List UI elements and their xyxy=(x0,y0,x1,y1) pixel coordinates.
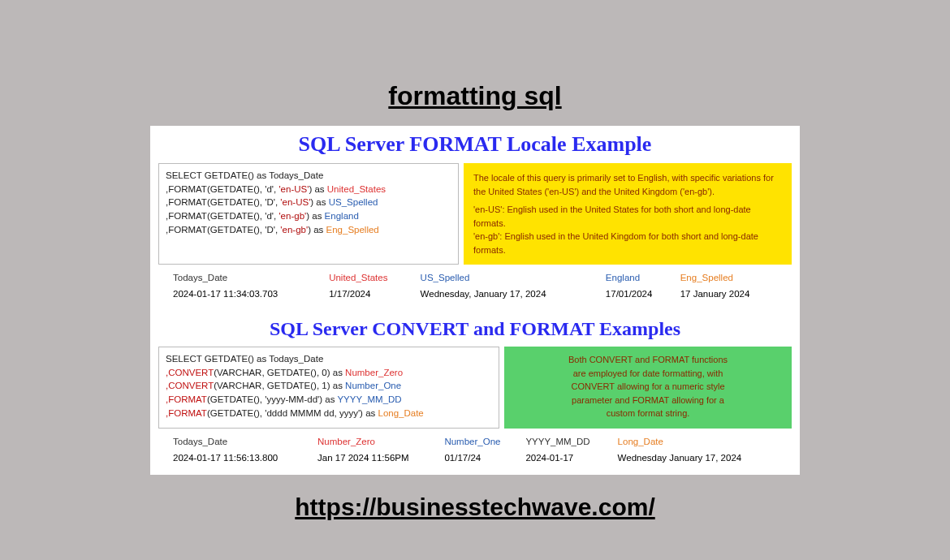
section1-results: Todays_Date United_States US_Spelled Eng… xyxy=(158,269,792,302)
code-line: ,FORMAT xyxy=(166,211,207,221)
section2-row: SELECT GETDATE() as Todays_Date ,CONVERT… xyxy=(158,347,792,429)
page-title: formatting sql xyxy=(0,81,950,111)
section1-note: The locale of this query is primarily se… xyxy=(464,163,792,265)
col-header: Eng_Spelled xyxy=(680,269,787,286)
code-alias: United_States xyxy=(327,184,386,194)
code-fn: ,FORMAT xyxy=(166,394,207,404)
table-row: 2024-01-17 11:56:13.800 Jan 17 2024 11:5… xyxy=(173,450,787,466)
cell: Jan 17 2024 11:56PM xyxy=(317,450,444,466)
code-line: (GETDATE(), 'dddd MMMM dd, yyyy') as xyxy=(207,408,378,418)
note-text: The locale of this query is primarily se… xyxy=(473,171,782,198)
cell: 17/01/2024 xyxy=(606,286,680,302)
cell: 01/17/24 xyxy=(444,450,525,466)
code-alias: YYYY_MM_DD xyxy=(337,394,401,404)
code-fn: ,CONVERT xyxy=(166,381,214,390)
col-header: Number_Zero xyxy=(317,433,444,450)
cell: 17 January 2024 xyxy=(680,286,787,302)
cell: 1/17/2024 xyxy=(329,286,420,302)
col-header: YYYY_MM_DD xyxy=(525,433,617,450)
note-text: 'en-gb': English used in the United King… xyxy=(473,230,782,256)
note-text: Both CONVERT and FORMAT functions xyxy=(514,353,782,367)
code-alias: Long_Date xyxy=(378,408,423,418)
section2-code: SELECT GETDATE() as Todays_Date ,CONVERT… xyxy=(158,347,499,429)
code-alias: Number_Zero xyxy=(345,368,403,377)
code-line: (GETDATE(), 'D', xyxy=(207,197,280,207)
note-text: CONVERT allowing for a numeric style xyxy=(514,380,782,394)
col-header: Todays_Date xyxy=(173,269,329,286)
code-line: (GETDATE(), 'D', xyxy=(207,225,280,235)
section2-title: SQL Server CONVERT and FORMAT Examples xyxy=(158,318,792,340)
section1-row: SELECT GETDATE() as Todays_Date ,FORMAT(… xyxy=(158,163,792,265)
section2-results: Todays_Date Number_Zero Number_One YYYY_… xyxy=(158,433,792,466)
code-line: ) as xyxy=(306,211,324,221)
note-text: custom format string. xyxy=(514,407,782,420)
code-arg: 'en-US' xyxy=(280,197,310,207)
cell: Wednesday January 17, 2024 xyxy=(618,450,787,466)
col-header: Todays_Date xyxy=(173,433,317,450)
table-header: Todays_Date Number_Zero Number_One YYYY_… xyxy=(173,433,787,450)
code-line: SELECT GETDATE() as Todays_Date xyxy=(166,354,323,364)
code-line: (GETDATE(), 'yyyy-MM-dd') as xyxy=(207,394,338,404)
code-line: ,FORMAT xyxy=(166,197,207,207)
code-alias: US_Spelled xyxy=(329,197,378,207)
code-line: ) as xyxy=(308,225,326,235)
code-arg: 'en-gb' xyxy=(280,225,308,235)
code-line: ,FORMAT xyxy=(166,184,207,194)
content-card: SQL Server FORMAT Locale Example SELECT … xyxy=(150,126,800,475)
code-alias: Number_One xyxy=(345,381,401,390)
code-line: ,FORMAT xyxy=(166,225,207,235)
code-arg: 'en-gb' xyxy=(279,211,306,221)
cell: 2024-01-17 xyxy=(525,450,617,466)
col-header: United_States xyxy=(329,269,420,286)
section1-title: SQL Server FORMAT Locale Example xyxy=(158,132,792,157)
table-header: Todays_Date United_States US_Spelled Eng… xyxy=(173,269,787,286)
code-alias: Eng_Spelled xyxy=(326,225,379,235)
code-arg: 'en-US' xyxy=(279,184,309,194)
col-header: Long_Date xyxy=(618,433,787,450)
cell: 2024-01-17 11:34:03.703 xyxy=(173,286,329,302)
table-row: 2024-01-17 11:34:03.703 1/17/2024 Wednes… xyxy=(173,286,787,302)
col-header: England xyxy=(606,269,680,286)
code-line: (VARCHAR, GETDATE(), 1) as xyxy=(214,381,345,390)
code-fn: ,FORMAT xyxy=(166,408,207,418)
code-line: ) as xyxy=(309,184,326,194)
code-fn: ,CONVERT xyxy=(166,368,214,377)
footer-url: https://businesstechwave.com/ xyxy=(0,493,950,521)
col-header: Number_One xyxy=(444,433,525,450)
cell: 2024-01-17 11:56:13.800 xyxy=(173,450,317,466)
section1-code: SELECT GETDATE() as Todays_Date ,FORMAT(… xyxy=(158,163,459,265)
note-text: are employed for date formatting, with xyxy=(514,367,782,381)
code-line: (VARCHAR, GETDATE(), 0) as xyxy=(214,368,345,377)
code-line: (GETDATE(), 'd', xyxy=(207,184,279,194)
note-text: 'en-US': English used in the United Stat… xyxy=(473,203,782,230)
code-line: (GETDATE(), 'd', xyxy=(207,211,279,221)
note-text: parameter and FORMAT allowing for a xyxy=(514,394,782,407)
cell: Wednesday, January 17, 2024 xyxy=(421,286,606,302)
code-line: SELECT GETDATE() as Todays_Date xyxy=(166,170,323,180)
code-alias: England xyxy=(325,211,359,221)
col-header: US_Spelled xyxy=(421,269,606,286)
section2-note: Both CONVERT and FORMAT functions are em… xyxy=(504,347,792,429)
code-line: ) as xyxy=(310,197,328,207)
